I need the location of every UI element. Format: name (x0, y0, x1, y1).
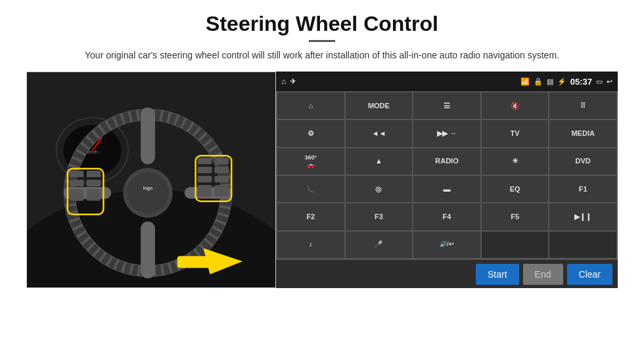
btn-f2[interactable]: F2 (277, 203, 344, 230)
btn-music[interactable]: ♪ (277, 232, 344, 258)
wifi-icon: 📶 (520, 77, 530, 86)
button-grid: ⌂ MODE ☰ 🔇 ⠿ ⚙ ◄◄ ▶▶ → TV MEDIA 360°🚗 ▲ … (276, 91, 618, 259)
svg-rect-25 (198, 167, 212, 173)
btn-brightness[interactable]: ☀ (482, 148, 549, 175)
subtitle: Your original car's steering wheel contr… (85, 49, 559, 62)
btn-empty1 (482, 232, 549, 258)
svg-rect-28 (214, 176, 229, 182)
home-icon: ⌂ (281, 77, 286, 86)
control-panel: ⌂ ✈ 📶 🔒 ▤ ⚡ 05:37 ▭ ↩ ⌂ MODE (276, 72, 618, 288)
btn-mic[interactable]: 🎤 (346, 232, 413, 258)
svg-point-13 (127, 172, 169, 214)
svg-rect-30 (214, 185, 229, 197)
svg-rect-26 (214, 167, 229, 173)
btn-list[interactable]: ☰ (413, 93, 480, 119)
svg-rect-17 (87, 171, 101, 177)
svg-rect-27 (198, 176, 212, 182)
btn-apps[interactable]: ⠿ (549, 93, 616, 119)
svg-rect-23 (198, 158, 212, 164)
btn-f3[interactable]: F3 (346, 203, 413, 230)
page-wrapper: Steering Wheel Control Your original car… (0, 0, 644, 357)
btn-mode[interactable]: MODE (346, 93, 413, 119)
bluetooth-icon: ⚡ (557, 77, 566, 86)
svg-rect-20 (70, 189, 84, 201)
steering-wheel-image: km/h logo (26, 72, 276, 288)
btn-home[interactable]: ⌂ (277, 93, 344, 119)
btn-mute[interactable]: 🔇 (482, 93, 549, 119)
btn-media[interactable]: MEDIA (549, 120, 616, 146)
svg-rect-29 (198, 185, 212, 197)
btn-f4[interactable]: F4 (413, 203, 480, 230)
status-left: ⌂ ✈ (281, 77, 296, 86)
start-button[interactable]: Start (476, 264, 519, 285)
btn-empty2 (549, 232, 616, 258)
btn-eq[interactable]: EQ (482, 176, 549, 202)
btn-eject[interactable]: ▲ (346, 148, 413, 175)
sd-icon: ▤ (547, 77, 553, 86)
svg-rect-16 (70, 171, 84, 177)
status-right: 📶 🔒 ▤ ⚡ 05:37 ▭ ↩ (520, 77, 612, 87)
svg-rect-32 (177, 256, 222, 268)
send-icon: ✈ (290, 77, 296, 86)
btn-settings[interactable]: ⚙ (277, 120, 344, 146)
clear-button[interactable]: Clear (567, 264, 612, 285)
btn-f5[interactable]: F5 (482, 203, 549, 230)
svg-text:logo: logo (143, 186, 153, 191)
svg-rect-19 (87, 180, 101, 186)
btn-360[interactable]: 360°🚗 (277, 148, 344, 175)
time-display: 05:37 (570, 77, 592, 87)
content-area: km/h logo (26, 72, 618, 288)
btn-next[interactable]: ▶▶ → (413, 120, 480, 146)
page-title: Steering Wheel Control (206, 12, 438, 36)
end-button[interactable]: End (523, 264, 563, 285)
btn-dvd[interactable]: DVD (549, 148, 616, 175)
cast-icon: ▭ (596, 77, 603, 86)
btn-tv[interactable]: TV (482, 120, 549, 146)
status-bar: ⌂ ✈ 📶 🔒 ▤ ⚡ 05:37 ▭ ↩ (276, 72, 618, 91)
svg-rect-18 (70, 180, 84, 186)
btn-volhangup[interactable]: 🔊/↩ (413, 232, 480, 258)
btn-playpause[interactable]: ▶❙❙ (549, 203, 616, 230)
btn-radio[interactable]: RADIO (413, 148, 480, 175)
action-bar: Start End Clear (276, 259, 618, 288)
back-icon: ↩ (607, 77, 612, 86)
btn-screen[interactable]: ▬ (413, 176, 480, 202)
btn-prev[interactable]: ◄◄ (346, 120, 413, 146)
lock-icon: 🔒 (534, 77, 543, 86)
title-divider (309, 40, 335, 42)
svg-rect-21 (87, 189, 101, 201)
svg-rect-24 (214, 158, 229, 164)
btn-nav[interactable]: ◎ (346, 176, 413, 202)
btn-f1[interactable]: F1 (549, 176, 616, 202)
btn-phone[interactable]: 📞 (277, 176, 344, 202)
